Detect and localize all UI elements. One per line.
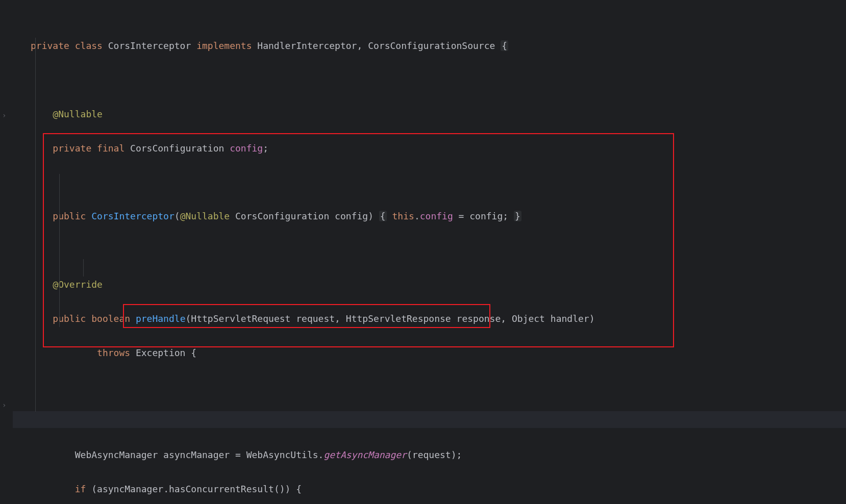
class-name: CorsInterceptor xyxy=(108,40,191,51)
indent-guide xyxy=(59,174,60,327)
gutter: › › xyxy=(0,0,13,504)
interface-name: CorsConfigurationSource xyxy=(368,40,495,51)
code-line[interactable]: private final CorsConfiguration config; xyxy=(31,140,846,157)
code-line[interactable] xyxy=(31,174,846,191)
brace-open: { xyxy=(501,40,508,51)
code-line[interactable]: if (asyncManager.hasConcurrentResult()) … xyxy=(31,481,846,497)
fold-chevron-icon[interactable]: › xyxy=(2,107,6,124)
code-line[interactable]: WebAsyncManager asyncManager = WebAsyncU… xyxy=(31,446,846,463)
keyword-boolean: boolean xyxy=(91,313,130,324)
indent-guide xyxy=(35,38,36,412)
static-method-call: getAsyncManager xyxy=(324,449,407,460)
annotation-nullable: @Nullable xyxy=(180,211,230,221)
code-line[interactable]: public CorsInterceptor(@Nullable CorsCon… xyxy=(31,208,846,224)
interface-name: HandlerInterceptor xyxy=(257,40,357,51)
code-line[interactable] xyxy=(31,378,846,395)
fold-chevron-icon[interactable]: › xyxy=(2,397,6,414)
keyword-throws: throws xyxy=(97,347,130,358)
keyword-private: private xyxy=(53,143,91,154)
keyword-if: if xyxy=(75,484,86,494)
code-line[interactable]: public boolean preHandle(HttpServletRequ… xyxy=(31,310,846,327)
code-line[interactable]: @Nullable xyxy=(31,106,846,122)
method-prehandle: preHandle xyxy=(136,313,186,324)
code-editor[interactable]: › › private class CorsInterceptor implem… xyxy=(0,0,846,504)
keyword-class: class xyxy=(75,40,103,51)
indent-guide xyxy=(83,259,84,276)
code-line[interactable]: @Override xyxy=(31,276,846,293)
keyword-public: public xyxy=(53,211,86,221)
keyword-final: final xyxy=(97,143,125,154)
field-name: config xyxy=(230,143,263,154)
keyword-implements: implements xyxy=(196,40,252,51)
current-line-highlight xyxy=(13,411,846,428)
code-content[interactable]: private class CorsInterceptor implements… xyxy=(0,20,846,504)
code-line[interactable] xyxy=(31,242,846,259)
type-name: CorsConfiguration xyxy=(130,143,224,154)
fold-close-brace[interactable]: } xyxy=(514,211,521,221)
code-line[interactable]: private class CorsInterceptor implements… xyxy=(31,37,846,54)
code-line[interactable] xyxy=(31,71,846,88)
keyword-private: private xyxy=(31,40,69,51)
constructor-name: CorsInterceptor xyxy=(91,211,175,221)
fold-open-brace[interactable]: { xyxy=(379,211,387,221)
annotation-nullable: @Nullable xyxy=(53,109,103,119)
annotation-override: @Override xyxy=(53,279,103,290)
code-line[interactable]: throws Exception { xyxy=(31,344,846,361)
